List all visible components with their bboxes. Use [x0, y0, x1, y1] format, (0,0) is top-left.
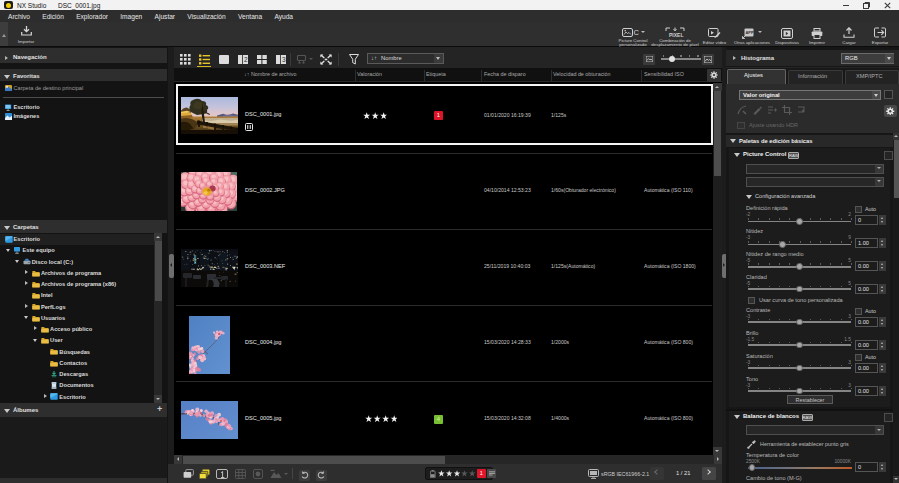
svg-text:APP: APP: [745, 30, 754, 35]
svg-text:2: 2: [244, 56, 248, 63]
svg-text:3: 3: [282, 56, 286, 63]
